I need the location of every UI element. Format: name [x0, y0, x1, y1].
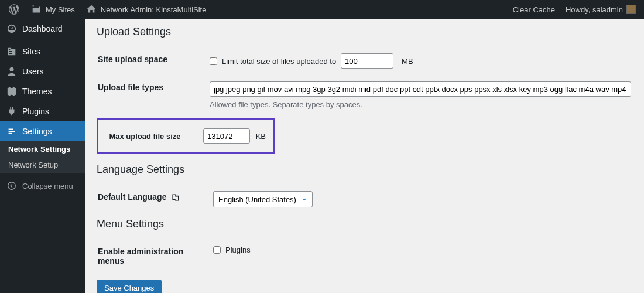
settings-submenu: Network Settings Network Setup: [0, 141, 85, 173]
clear-cache-link[interactable]: Clear Cache: [508, 0, 560, 19]
admin-sidebar: Dashboard Sites Users Themes Plugins Set…: [0, 19, 85, 293]
admin-bar: My Sites Network Admin: KinstaMultiSite …: [0, 0, 644, 19]
sidebar-item-label: Plugins: [22, 107, 49, 116]
svg-point-0: [8, 182, 16, 190]
sidebar-item-dashboard[interactable]: Dashboard: [0, 19, 85, 39]
sidebar-item-label: Users: [22, 67, 44, 76]
submenu-network-setup[interactable]: Network Setup: [0, 157, 85, 173]
my-sites-link[interactable]: My Sites: [26, 0, 80, 19]
settings-icon: [6, 126, 18, 137]
save-button[interactable]: Save Changes: [97, 280, 162, 293]
users-icon: [6, 66, 18, 77]
upload-file-types-input[interactable]: [210, 81, 631, 97]
dashboard-icon: [6, 23, 18, 34]
site-upload-space-label: Site upload space: [98, 47, 208, 74]
main-content: Upload Settings Site upload space Limit …: [85, 19, 644, 293]
themes-icon: [6, 86, 18, 97]
site-upload-space-unit: MB: [402, 57, 413, 66]
sidebar-item-label: Settings: [22, 127, 52, 136]
wp-logo[interactable]: [4, 0, 25, 19]
default-language-select[interactable]: English (United States): [213, 191, 313, 207]
site-upload-space-input[interactable]: [341, 53, 393, 69]
sidebar-item-plugins[interactable]: Plugins: [0, 101, 85, 121]
max-upload-unit: KB: [256, 132, 266, 141]
wordpress-icon: [8, 4, 20, 15]
enable-admin-menus-plugins-label: Plugins: [225, 246, 251, 254]
sidebar-item-label: Sites: [22, 47, 40, 56]
sidebar-item-settings[interactable]: Settings: [0, 121, 85, 141]
collapse-label: Collapse menu: [22, 182, 73, 190]
home-icon: [85, 4, 97, 15]
plugins-icon: [6, 106, 18, 117]
clear-cache-label: Clear Cache: [513, 5, 555, 14]
upload-settings-heading: Upload Settings: [97, 26, 632, 38]
network-admin-link[interactable]: Network Admin: KinstaMultiSite: [81, 0, 211, 19]
submenu-network-settings[interactable]: Network Settings: [0, 141, 85, 157]
sidebar-item-users[interactable]: Users: [0, 62, 85, 81]
max-upload-label: Max upload file size: [105, 126, 202, 146]
menu-settings-heading: Menu Settings: [97, 218, 632, 230]
language-settings-heading: Language Settings: [97, 163, 632, 176]
default-language-label: Default Language: [98, 185, 212, 213]
sites-icon: [30, 4, 42, 15]
translate-icon: [171, 193, 180, 202]
site-upload-space-checkbox-label: Limit total size of files uploaded to: [222, 57, 336, 66]
sidebar-item-sites[interactable]: Sites: [0, 42, 85, 62]
enable-admin-menus-plugins-checkbox[interactable]: [213, 246, 221, 254]
sidebar-item-label: Themes: [22, 87, 52, 96]
sites-icon: [6, 46, 18, 57]
enable-admin-menus-label: Enable administration menus: [98, 240, 212, 272]
collapse-icon: [6, 180, 18, 191]
collapse-menu[interactable]: Collapse menu: [0, 176, 85, 196]
avatar: [626, 5, 636, 14]
account-link[interactable]: Howdy, saladmin: [561, 0, 640, 19]
sidebar-item-themes[interactable]: Themes: [0, 81, 85, 101]
max-upload-highlight: Max upload file size KB: [97, 118, 275, 154]
upload-file-types-desc: Allowed file types. Separate types by sp…: [210, 100, 631, 109]
my-sites-label: My Sites: [46, 5, 75, 14]
site-upload-space-checkbox[interactable]: [210, 57, 217, 65]
howdy-label: Howdy, saladmin: [566, 5, 623, 14]
max-upload-input[interactable]: [203, 128, 250, 144]
network-admin-label: Network Admin: KinstaMultiSite: [101, 5, 207, 14]
sidebar-item-label: Dashboard: [22, 24, 63, 33]
upload-file-types-label: Upload file types: [98, 76, 208, 115]
